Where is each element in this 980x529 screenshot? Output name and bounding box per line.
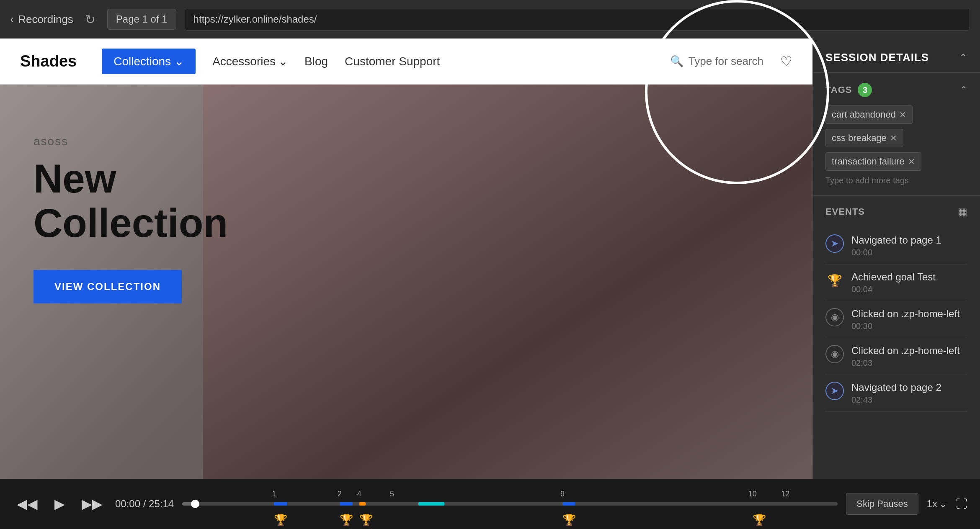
event-navigate-page2[interactable]: ➤ Navigated to page 2 02:43 [825,375,967,412]
timeline[interactable]: 1 2 4 5 9 10 12 🏆 🏆 🏆 🏆 🏆 [182,502,838,506]
view-collection-button[interactable]: VIEW COLLECTION [34,270,182,303]
hero-image [203,85,812,479]
event-click-2-time: 02:03 [851,358,967,368]
skip-forward-button[interactable]: ▶▶ [77,492,107,516]
url-bar[interactable]: https://zylker.online/shades/ [185,8,970,31]
time-separator: / [143,498,149,509]
event-achieved-goal[interactable]: 🏆 Achieved goal Test 00:04 [825,264,967,301]
events-section: EVENTS ▦ ➤ Navigated to page 1 00:00 🏆 A… [813,196,980,479]
click-icon-1: ◉ [825,308,844,326]
event-navigate-page2-time: 02:43 [851,395,967,405]
search-icon: 🔍 [670,55,683,68]
tags-count: 3 [858,83,872,97]
panel-header: SESSION DETAILS ⌃ [813,39,980,73]
marker-9: 9 [560,490,565,498]
time-total: 25:14 [149,498,174,509]
search-placeholder: Type for search [689,55,763,68]
tag-cart-abandoned-remove[interactable]: ✕ [899,110,906,120]
trophy-4: 🏆 [562,514,576,526]
tag-css-breakage[interactable]: css breakage ✕ [825,129,903,147]
wishlist-icon[interactable]: ♡ [780,54,792,69]
website-preview: Shades Collections ⌄ Accessories ⌄ Blog … [0,39,812,479]
speed-chevron-icon: ⌄ [939,498,947,510]
event-navigate-page2-content: Navigated to page 2 02:43 [851,382,967,405]
site-logo: Shades [20,52,77,70]
events-filter-icon[interactable]: ▦ [958,206,967,218]
tags-label: TAGS [825,85,852,95]
accessories-chevron-icon: ⌄ [278,54,288,68]
marker-4: 4 [357,490,361,498]
speed-button[interactable]: 1x ⌄ [927,498,947,510]
tag-add-input[interactable] [825,176,931,185]
search-area[interactable]: 🔍 Type for search [670,55,763,68]
skip-pauses-button[interactable]: Skip Pauses [846,493,918,515]
event-achieved-goal-time: 00:04 [851,285,967,294]
speed-label: 1x [927,498,937,510]
blog-label: Blog [304,55,328,68]
back-button[interactable]: ‹ Recordings [10,13,73,26]
tag-transaction-failure-label: transaction failure [832,156,905,167]
session-panel: SESSION DETAILS ⌃ TAGS 3 ⌃ cart abandone… [812,39,980,479]
nav-collections[interactable]: Collections ⌄ [102,49,196,74]
event-click-1[interactable]: ◉ Clicked on .zp-home-left 00:30 [825,301,967,338]
back-label: Recordings [18,13,73,26]
fullscreen-button[interactable]: ⛶ [956,497,967,511]
events-header: EVENTS ▦ [825,206,967,218]
events-label: EVENTS [825,206,865,217]
event-click-1-title: Clicked on .zp-home-left [851,308,967,320]
tags-section: TAGS 3 ⌃ cart abandoned ✕ css breakage ✕… [813,73,980,196]
event-achieved-goal-title: Achieved goal Test [851,271,967,283]
tag-css-breakage-label: css breakage [832,133,887,144]
marker-12: 12 [781,490,789,498]
hero-content: asoss New Collection VIEW COLLECTION [0,85,293,354]
navigate-icon: ➤ [825,234,844,253]
back-arrow-icon: ‹ [10,13,14,26]
hero-subtitle: asoss [34,135,260,148]
event-click-1-time: 00:30 [851,321,967,331]
marker-1: 1 [272,490,276,498]
tags-header: TAGS 3 ⌃ [825,83,967,97]
tag-css-breakage-remove[interactable]: ✕ [890,133,897,143]
segment-orange [359,502,366,506]
event-click-1-content: Clicked on .zp-home-left 00:30 [851,308,967,331]
skip-back-button[interactable]: ◀◀ [13,492,42,516]
panel-collapse-button[interactable]: ⌃ [959,52,967,64]
segment-teal [418,502,445,506]
tags-list: cart abandoned ✕ css breakage ✕ transact… [825,105,967,185]
page-indicator: Page 1 of 1 [107,9,176,30]
panel-title: SESSION DETAILS [825,51,929,64]
trophy-3: 🏆 [359,514,373,526]
tag-cart-abandoned[interactable]: cart abandoned ✕ [825,105,913,124]
event-navigate-page2-title: Navigated to page 2 [851,382,967,393]
marker-5: 5 [390,490,394,498]
collections-chevron-icon: ⌄ [174,54,184,68]
event-navigate-page1[interactable]: ➤ Navigated to page 1 00:00 [825,228,967,264]
trophy-icon: 🏆 [825,271,844,290]
play-button[interactable]: ▶ [50,492,69,516]
marker-2: 2 [338,490,342,498]
nav-blog[interactable]: Blog [304,55,328,68]
tag-transaction-failure[interactable]: transaction failure ✕ [825,152,921,171]
collections-label: Collections [113,55,171,68]
trophy-2: 🏆 [340,514,353,526]
trophy-1: 🏆 [274,514,287,526]
hero-section: asoss New Collection VIEW COLLECTION [0,85,812,479]
tag-transaction-failure-remove[interactable]: ✕ [908,157,915,167]
nav-accessories[interactable]: Accessories ⌄ [212,54,288,68]
event-click-2[interactable]: ◉ Clicked on .zp-home-left 02:03 [825,338,967,375]
time-current: 00:00 [115,498,140,509]
browser-bar: ‹ Recordings ↻ Page 1 of 1 https://zylke… [0,0,980,39]
trophy-5: 🏆 [753,514,766,526]
reload-button[interactable]: ↻ [82,9,99,30]
event-navigate-page1-content: Navigated to page 1 00:00 [851,234,967,257]
marker-10: 10 [748,490,757,498]
click-icon-2: ◉ [825,345,844,363]
nav-customer-support[interactable]: Customer Support [345,55,440,68]
hero-title: New Collection [34,157,260,245]
timeline-thumb[interactable] [191,500,199,508]
event-navigate-page1-title: Navigated to page 1 [851,234,967,246]
playback-bar: ◀◀ ▶ ▶▶ 00:00 / 25:14 1 2 4 5 9 10 12 🏆 … [0,479,980,529]
tags-collapse-icon: ⌃ [960,85,967,95]
accessories-label: Accessories [212,55,276,68]
navigate-page2-icon: ➤ [825,382,844,400]
